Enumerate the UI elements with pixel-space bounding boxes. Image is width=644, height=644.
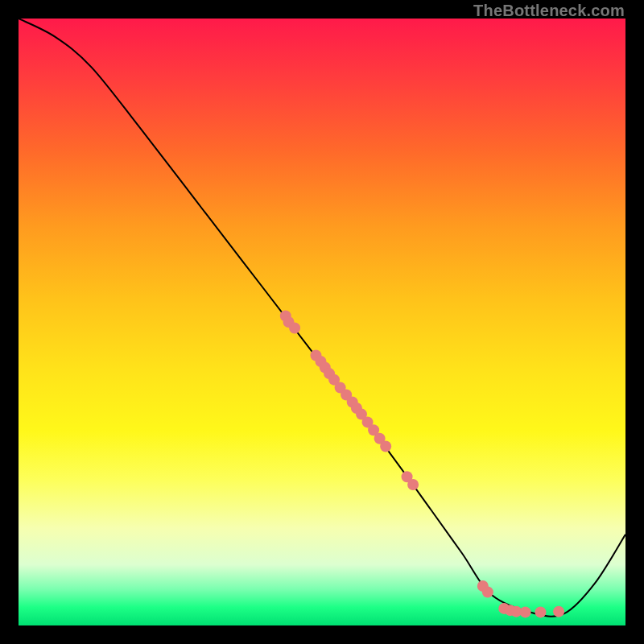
data-point — [407, 479, 419, 490]
data-point — [289, 323, 300, 334]
chart-overlay — [19, 19, 625, 625]
chart-curve — [19, 19, 625, 617]
data-point — [553, 606, 564, 617]
plot-area — [19, 19, 625, 625]
attribution-text: TheBottleneck.com — [473, 2, 625, 20]
data-point — [482, 587, 493, 598]
data-point — [520, 606, 531, 617]
chart-dots — [280, 310, 564, 617]
data-point — [380, 441, 391, 452]
data-point — [535, 606, 546, 617]
